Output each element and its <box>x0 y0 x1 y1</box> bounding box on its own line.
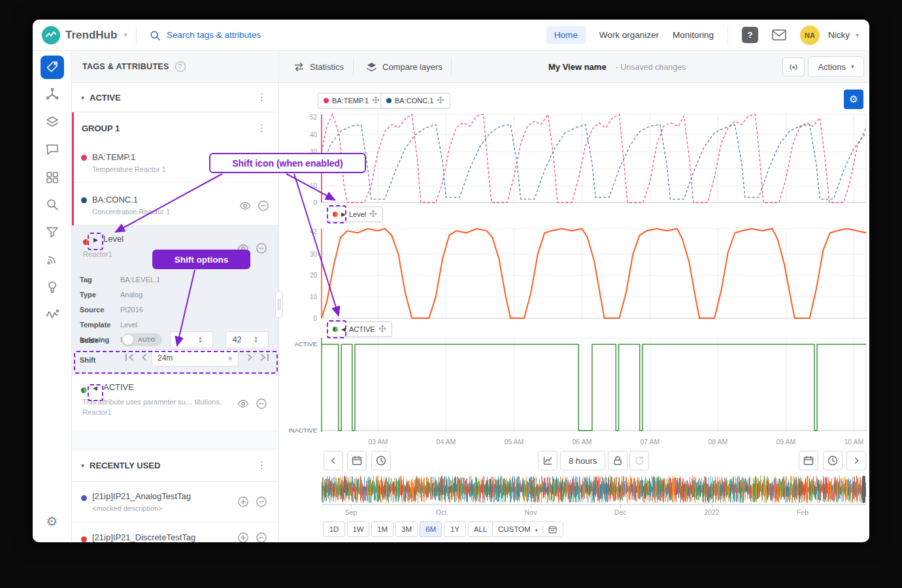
chart-settings-button[interactable]: ⚙ <box>844 90 863 109</box>
nav-home[interactable]: Home <box>546 26 586 44</box>
shift-enabled-icon[interactable]: ▶ <box>93 237 98 243</box>
range-button-3m[interactable]: 3M <box>395 521 418 537</box>
end-time-button[interactable] <box>823 451 843 470</box>
x-axis: 03 AM04 AM05 AM06 AM07 AM08 AM09 AM10 AM <box>292 438 869 447</box>
range-button-6m[interactable]: 6M <box>420 521 442 537</box>
stepper-down-icon[interactable]: ▼ <box>198 340 203 344</box>
visibility-eye-icon[interactable] <box>237 398 249 412</box>
avatar[interactable]: NA <box>800 25 820 45</box>
history-overview-strip[interactable] <box>322 476 866 503</box>
lock-duration-button[interactable] <box>608 451 627 470</box>
remove-minus-icon[interactable] <box>256 496 267 510</box>
live-broadcast-button[interactable] <box>782 57 805 76</box>
add-plus-icon[interactable] <box>237 532 249 542</box>
shift-value-input[interactable]: 24m × <box>152 350 239 367</box>
legend-chip-ba-conc-1[interactable]: BA:CONC.1 <box>380 93 450 108</box>
start-date-button[interactable] <box>347 451 367 470</box>
add-plus-icon[interactable] <box>237 496 249 510</box>
tag-item-analog-test-tag[interactable]: [21ip]IP21_AnalogTestTag <mocked descrip… <box>72 482 278 523</box>
shift-forward-large-icon[interactable] <box>259 352 270 365</box>
legend-chip-level[interactable]: ▶ Level <box>327 206 383 222</box>
chevron-down-icon[interactable]: ▾ <box>81 94 84 101</box>
tag-item-discrete-test-tag[interactable]: [21ip]IP21_DiscreteTestTag <box>72 523 278 542</box>
tag-item-active-attribute[interactable]: ◀ ACTIVE This attribute uses parameter s… <box>72 374 278 431</box>
search-input[interactable] <box>167 30 389 40</box>
group-1-header[interactable]: GROUP 1 ⋮ <box>74 112 278 144</box>
rail-comments-button[interactable] <box>41 138 64 161</box>
shift-forward-small-icon[interactable] <box>245 352 256 365</box>
range-button-all[interactable]: ALL <box>468 521 493 537</box>
move-icon[interactable] <box>372 96 380 105</box>
logo-chevron-icon[interactable]: ▾ <box>124 31 127 39</box>
clear-shift-icon[interactable]: × <box>227 353 233 363</box>
help-circle-icon[interactable]: ? <box>175 61 186 72</box>
series-color-dot <box>81 536 87 542</box>
chevron-down-icon[interactable]: ▾ <box>81 462 84 469</box>
panel-resize-handle[interactable] <box>275 291 283 318</box>
chart-active[interactable]: ACTIVEINACTIVE <box>292 338 869 432</box>
group-1-menu-icon[interactable]: ⋮ <box>253 121 271 135</box>
stepper-arrows[interactable]: ▲▼ <box>198 336 203 344</box>
section-recently-used-header[interactable]: ▾ RECENTLY USED ⋮ <box>72 449 278 482</box>
range-button-1m[interactable]: 1M <box>371 521 393 537</box>
shift-back-large-icon[interactable] <box>124 352 135 365</box>
rail-search-button[interactable] <box>41 193 64 216</box>
rail-filter-button[interactable] <box>41 220 64 244</box>
tag-item-ba-conc-1[interactable]: BA:CONC.1 Concentration Reactor 1 <box>74 183 278 225</box>
rail-layers-button[interactable] <box>41 110 64 134</box>
nav-work-organizer[interactable]: Work organizer <box>599 30 659 40</box>
scale-auto-toggle[interactable]: AUTO <box>122 333 162 346</box>
calendar-toggle-icon[interactable] <box>548 525 558 534</box>
user-chevron-icon[interactable]: ▾ <box>856 31 859 39</box>
pan-left-button[interactable] <box>324 451 343 470</box>
remove-minus-icon[interactable] <box>256 242 267 257</box>
active-section-menu-icon[interactable]: ⋮ <box>253 90 271 105</box>
scale-max-stepper[interactable]: 42 ▲▼ <box>226 331 269 348</box>
tag-item-ba-temp-1[interactable]: BA:TEMP.1 Temperature Reactor 1 <box>74 144 278 183</box>
legend-chip-ba-temp-1[interactable]: BA:TEMP.1 <box>318 93 386 108</box>
rail-live-button[interactable] <box>41 248 64 271</box>
scale-min-stepper[interactable]: 0 ▲▼ <box>170 331 213 348</box>
user-menu[interactable]: Nicky <box>828 30 850 40</box>
statistics-button[interactable]: Statistics <box>293 51 344 83</box>
nav-monitoring[interactable]: Monitoring <box>673 30 714 40</box>
start-time-button[interactable] <box>371 451 391 470</box>
compare-layers-button[interactable]: Compare layers <box>366 51 443 83</box>
help-button[interactable]: ? <box>742 27 758 43</box>
range-button-1d[interactable]: 1D <box>323 521 345 537</box>
move-icon[interactable] <box>437 96 444 105</box>
legend-chip-active[interactable]: ◀ ACTIVE <box>327 321 392 337</box>
chart-temp-conc[interactable]: 01020304052 <box>292 114 869 203</box>
autoscale-button[interactable] <box>538 451 558 470</box>
rail-ideas-button[interactable] <box>41 275 64 299</box>
visibility-eye-icon[interactable] <box>239 200 251 214</box>
range-button-1w[interactable]: 1W <box>347 521 369 537</box>
recently-used-menu-icon[interactable]: ⋮ <box>253 458 271 472</box>
section-active-header[interactable]: ▾ ACTIVE ⋮ <box>72 83 278 112</box>
custom-range-button[interactable]: CUSTOM ▴ <box>492 521 563 537</box>
rail-monitors-button[interactable] <box>41 302 64 326</box>
overview-range-handle[interactable] <box>862 476 865 503</box>
rail-settings-button[interactable]: ⚙ <box>41 510 64 533</box>
move-icon[interactable] <box>369 210 377 219</box>
shift-back-small-icon[interactable] <box>139 352 149 365</box>
rail-tags-button[interactable] <box>41 56 64 79</box>
rail-views-button[interactable] <box>41 165 64 189</box>
rail-assets-button[interactable] <box>41 83 64 106</box>
mail-button[interactable] <box>772 29 786 41</box>
chart-level[interactable]: 010203042 <box>292 229 869 318</box>
remove-minus-icon[interactable] <box>256 398 267 412</box>
tag-item-level-selected[interactable]: ▶ Level Reactor1 TagBA:LEVEL.1TypeAnalog… <box>72 225 278 374</box>
end-date-button[interactable] <box>799 451 818 470</box>
visibility-eye-icon[interactable] <box>237 242 249 257</box>
range-button-1y[interactable]: 1Y <box>444 521 466 537</box>
shift-enabled-icon[interactable]: ◀ <box>93 385 97 391</box>
pan-right-button[interactable] <box>846 451 866 470</box>
remove-minus-icon[interactable] <box>256 532 267 542</box>
actions-button[interactable]: Actions ▾ <box>808 56 864 77</box>
stepper-arrows[interactable]: ▲▼ <box>254 336 258 344</box>
duration-display[interactable]: 8 hours <box>560 451 605 470</box>
remove-minus-icon[interactable] <box>258 200 269 214</box>
move-icon[interactable] <box>378 325 386 334</box>
stepper-down-icon[interactable]: ▼ <box>254 340 258 344</box>
